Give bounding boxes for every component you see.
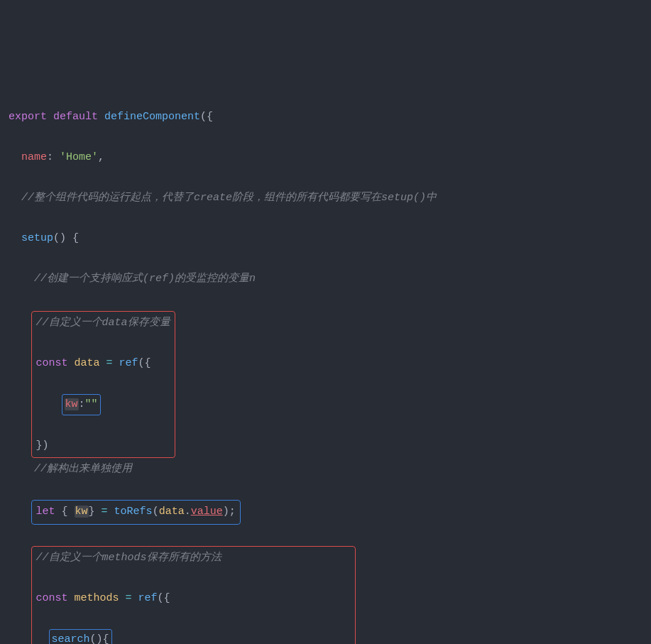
- keyword-const: const: [36, 357, 68, 369]
- comment: //创建一个支持响应式(ref)的受监控的变量n: [34, 273, 256, 285]
- fn-ref: ref: [138, 592, 158, 604]
- keyword-const: const: [36, 592, 68, 604]
- var-kw: kw: [75, 506, 89, 518]
- comment: //解构出来单独使用: [34, 463, 132, 475]
- highlight-box-search: search(){: [49, 629, 112, 644]
- prop-kw: kw: [65, 398, 79, 410]
- highlight-box-data-def: //自定义一个data保存变量 const data = ref({ kw:""…: [31, 311, 175, 459]
- fn-setup: setup: [21, 232, 53, 244]
- var-methods: methods: [75, 592, 119, 604]
- keyword-let: let: [36, 506, 55, 518]
- code-line: setup() {: [9, 229, 642, 249]
- comment: //自定义一个methods保存所有的方法: [36, 552, 221, 564]
- keyword-default: default: [53, 111, 98, 123]
- prop-name: name: [21, 151, 47, 163]
- code-line: //创建一个支持响应式(ref)的受监控的变量n: [9, 269, 642, 290]
- fn-toRefs: toRefs: [114, 506, 153, 518]
- string-home: 'Home': [60, 151, 98, 163]
- code-line: export default defineComponent({: [9, 107, 642, 128]
- prop-value: value: [191, 506, 223, 518]
- var-data: data: [75, 357, 100, 369]
- string-empty: "": [85, 398, 98, 410]
- comment: //自定义一个data保存变量: [36, 317, 170, 329]
- fn-defineComponent: defineComponent: [104, 111, 200, 123]
- highlight-box-methods-def: //自定义一个methods保存所有的方法 const methods = re…: [31, 546, 356, 644]
- fn-ref: ref: [119, 357, 138, 369]
- comment: //整个组件代码的运行起点，代替了create阶段，组件的所有代码都要写在set…: [21, 192, 437, 204]
- code-editor[interactable]: export default defineComponent({ name: '…: [9, 87, 642, 644]
- code-line: //整个组件代码的运行起点，代替了create阶段，组件的所有代码都要写在set…: [9, 188, 642, 209]
- code-line: name: 'Home',: [9, 148, 642, 168]
- fn-search: search: [52, 633, 90, 644]
- keyword-export: export: [9, 111, 47, 123]
- var-data: data: [159, 506, 185, 518]
- highlight-box-kw-prop: kw:"": [62, 394, 101, 416]
- highlight-box-destructure: let { kw} = toRefs(data.value);: [31, 500, 241, 525]
- code-line: //解构出来单独使用: [9, 459, 642, 480]
